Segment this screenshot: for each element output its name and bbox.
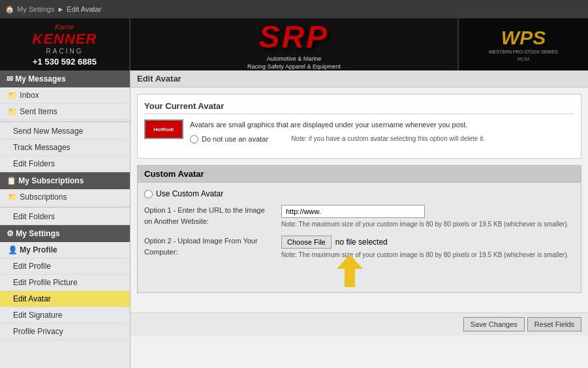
sidebar-item-my-profile[interactable]: 👤 My Profile: [0, 242, 130, 258]
option1-url-input[interactable]: [281, 205, 425, 218]
sidebar-item-edit-folders-sub[interactable]: Edit Folders: [0, 209, 130, 225]
sidebar-item-inbox[interactable]: 📁 Inbox: [0, 87, 130, 104]
srp-sub-line1: Automotive & Marine: [247, 55, 341, 64]
use-custom-row: Use Custom Avatar: [144, 189, 574, 198]
no-avatar-radio[interactable]: [190, 135, 198, 144]
avatar-image: HotRod!: [144, 119, 183, 139]
no-avatar-row: Do not use an avatar Note: if you have a…: [190, 134, 485, 146]
breadcrumb: 🏠 My Settings ► Edit Avatar: [5, 5, 101, 14]
sidebar-item-track[interactable]: Track Messages: [0, 140, 130, 156]
option2-label: Option 2 - Upload Image From Your Comput…: [144, 236, 275, 257]
sidebar-settings-header: ⚙ My Settings: [0, 225, 130, 242]
settings-link[interactable]: My Settings: [17, 5, 54, 13]
custom-avatar-section: Custom Avatar Use Custom Avatar Option 1…: [137, 165, 581, 293]
messages-divider: [0, 121, 130, 122]
kenner-logo: Karrie KENNER RACING +1 530 592 6885: [33, 23, 97, 67]
sidebar-section-subscriptions: 📋 My Subscriptions 📁 Subscriptions Edit …: [0, 172, 130, 225]
sidebar-item-edit-folders-msg[interactable]: Edit Folders: [0, 156, 130, 172]
use-custom-radio[interactable]: [144, 190, 153, 198]
option1-input-area: Note: The maximum size of your custom im…: [281, 205, 574, 229]
no-file-text: no file selected: [335, 238, 388, 247]
home-icon: 🏠: [5, 5, 14, 14]
avatar-label: HotRod!: [153, 127, 174, 132]
option1-note: Note: The maximum size of your custom im…: [281, 220, 574, 229]
subs-divider: [0, 207, 130, 207]
current-avatar-title: Your Current Avatar: [144, 101, 574, 114]
wps-sub: WESTERN PRO-STOCK SERIES: [489, 49, 558, 55]
sidebar-item-send-new[interactable]: Send New Message: [0, 123, 130, 140]
action-buttons: Save Changes Reset Fields: [131, 313, 588, 335]
avatar-display: HotRod! Avatars are small graphics that …: [144, 119, 574, 145]
sidebar-item-sent[interactable]: 📁 Sent Items: [0, 104, 130, 120]
option1-row: Option 1 - Enter the URL to the Image on…: [144, 205, 574, 229]
kenner-phone: +1 530 592 6885: [33, 57, 97, 67]
page-title: Edit Avatar: [67, 5, 101, 13]
breadcrumb-sep: ►: [57, 5, 64, 13]
reset-fields-button[interactable]: Reset Fields: [527, 317, 581, 331]
sidebar-item-edit-profile-picture[interactable]: Edit Profile Picture: [0, 275, 130, 291]
sidebar-item-profile-privacy[interactable]: Profile Privacy: [0, 324, 130, 340]
content-header: Edit Avatar: [131, 70, 588, 87]
sidebar-item-edit-signature[interactable]: Edit Signature: [0, 307, 130, 324]
banner-inner: Karrie KENNER RACING +1 530 592 6885 SRP…: [0, 18, 588, 70]
main-layout: ✉ My Messages 📁 Inbox 📁 Sent Items Send …: [0, 70, 588, 368]
file-upload-row: Choose File no file selected: [281, 236, 574, 249]
top-bar: 🏠 My Settings ► Edit Avatar: [0, 0, 588, 18]
sidebar-section-settings: ⚙ My Settings 👤 My Profile Edit Profile …: [0, 225, 130, 340]
avatar-description: Avatars are small graphics that are disp…: [190, 119, 485, 145]
option1-label: Option 1 - Enter the URL to the Image on…: [144, 205, 275, 226]
no-avatar-note: Note: if you have a custom avatar select…: [291, 134, 485, 144]
sidebar: ✉ My Messages 📁 Inbox 📁 Sent Items Send …: [0, 70, 131, 368]
sidebar-item-edit-avatar[interactable]: Edit Avatar: [0, 291, 130, 307]
sent-icon: 📁: [8, 107, 18, 116]
arrow-indicator: [337, 254, 363, 289]
kenner-name3: RACING: [33, 48, 97, 55]
sidebar-item-edit-profile[interactable]: Edit Profile: [0, 258, 130, 275]
sidebar-item-subscriptions[interactable]: 📁 Subscriptions: [0, 189, 130, 206]
choose-file-button[interactable]: Choose File: [281, 236, 332, 249]
profile-icon: 👤: [8, 245, 18, 254]
rcm-badge: RCM: [489, 56, 558, 62]
sidebar-section-messages: ✉ My Messages 📁 Inbox 📁 Sent Items Send …: [0, 70, 130, 172]
custom-avatar-title: Custom Avatar: [138, 166, 581, 183]
srp-sub-line2: Racing Safety Apparel & Equipment: [247, 63, 341, 70]
subscriptions-folder-icon: 📁: [8, 192, 18, 202]
sidebar-subscriptions-header: 📋 My Subscriptions: [0, 172, 130, 189]
kenner-name1: Karrie: [33, 23, 97, 31]
wps-logo: WPS WESTERN PRO-STOCK SERIES RCM: [489, 27, 558, 63]
kenner-name2: KENNER: [33, 31, 97, 48]
option2-row: Option 2 - Upload Image From Your Comput…: [144, 236, 574, 279]
save-changes-button[interactable]: Save Changes: [463, 317, 525, 331]
option2-note: Note: The maximum size of your custom im…: [281, 251, 574, 260]
banner-center: SRP Automotive & Marine Racing Safety Ap…: [131, 18, 457, 70]
avatar-note-text: Avatars are small graphics that are disp…: [190, 119, 485, 131]
srp-text: SRP: [247, 19, 341, 55]
banner: Karrie KENNER RACING +1 530 592 6885 SRP…: [0, 18, 588, 70]
option2-input-area: Choose File no file selected Note: The m…: [281, 236, 574, 260]
messages-icon: ✉: [7, 74, 13, 84]
custom-avatar-body: Use Custom Avatar Option 1 - Enter the U…: [138, 183, 581, 292]
svg-marker-0: [337, 254, 363, 287]
wps-text: WPS: [489, 27, 558, 49]
content-area: Edit Avatar Your Current Avatar HotRod! …: [131, 70, 588, 368]
srp-logo: SRP Automotive & Marine Racing Safety Ap…: [247, 19, 341, 70]
sidebar-messages-header: ✉ My Messages: [0, 70, 130, 87]
banner-right: WPS WESTERN PRO-STOCK SERIES RCM: [457, 18, 588, 70]
current-avatar-section: Your Current Avatar HotRod! Avatars are …: [137, 94, 581, 159]
subscriptions-icon: 📋: [7, 176, 16, 185]
no-avatar-label[interactable]: Do not use an avatar: [202, 134, 268, 146]
settings-icon: ⚙: [7, 229, 14, 238]
banner-left: Karrie KENNER RACING +1 530 592 6885: [0, 18, 131, 70]
inbox-icon: 📁: [8, 91, 18, 100]
use-custom-label[interactable]: Use Custom Avatar: [156, 189, 223, 198]
